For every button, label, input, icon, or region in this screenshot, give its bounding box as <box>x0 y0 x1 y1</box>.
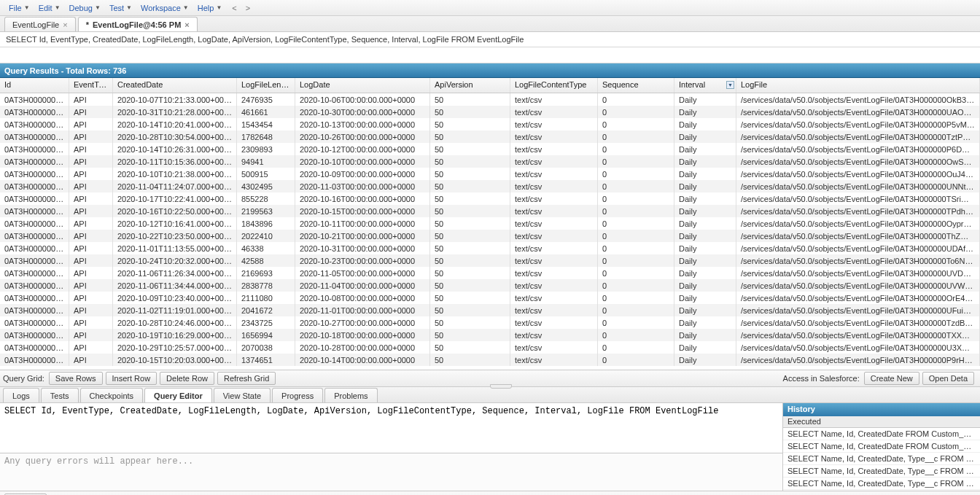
cell-sequence: 0 <box>598 242 674 254</box>
cell-logfilelength: 2041672 <box>237 304 295 316</box>
cell-createddate: 2020-10-17T10:22:41.000+0000 <box>113 192 237 205</box>
table-row[interactable]: 0AT3H000000UN...API2020-11-04T11:24:07.0… <box>0 180 980 192</box>
cell-sequence: 0 <box>598 217 674 230</box>
bottom-tab-logs[interactable]: Logs <box>3 388 39 402</box>
table-row[interactable]: 0AT3H000000To6...API2020-10-24T10:20:32.… <box>0 254 980 267</box>
table-row[interactable]: 0AT3H000000U3...API2020-10-29T10:25:57.0… <box>0 341 980 354</box>
cell-logfilelength: 2838778 <box>237 279 295 292</box>
table-row[interactable]: 0AT3H000000P9r...API2020-10-15T10:20:03.… <box>0 354 980 366</box>
close-icon[interactable]: × <box>184 20 189 29</box>
cell-logfilecontenttype: text/csv <box>510 130 598 143</box>
table-row[interactable]: 0AT3H000000UD...API2020-11-01T11:13:55.0… <box>0 242 980 254</box>
refresh-grid-button[interactable]: Refresh Grid <box>217 372 276 385</box>
cell-eventtype: API <box>69 329 113 341</box>
cell-logdate: 2020-10-06T00:00:00.000+0000 <box>295 93 430 106</box>
column-header-logfilelength[interactable]: LogFileLength <box>237 78 295 93</box>
column-header-interval[interactable]: Interval▼ <box>674 78 736 93</box>
create-new-button[interactable]: Create New <box>864 372 919 385</box>
menu-test[interactable]: Test ▼ <box>105 2 136 14</box>
cell-interval: Daily <box>674 118 736 130</box>
cell-id: 0AT3H000000Ok... <box>0 93 69 106</box>
table-row[interactable]: 0AT3H000000UF...API2020-11-02T11:19:01.0… <box>0 304 980 316</box>
tab-strip: EventLogFile ×* EventLogFile@4:56 PM × <box>0 16 980 32</box>
table-row[interactable]: 0AT3H000000UV...API2020-11-06T11:34:44.0… <box>0 279 980 292</box>
cell-interval: Daily <box>674 155 736 168</box>
cell-logfile: /services/data/v50.0/sobjects/EventLogFi… <box>736 341 980 354</box>
cell-apiversion: 50 <box>430 205 510 217</box>
cell-apiversion: 50 <box>430 106 510 118</box>
table-row[interactable]: 0AT3H000000Ou...API2020-10-10T10:21:38.0… <box>0 168 980 180</box>
column-header-logfilecontenttype[interactable]: LogFileContentType <box>510 78 598 93</box>
menu-file[interactable]: File ▼ <box>4 2 34 14</box>
table-row[interactable]: 0AT3H000000UV...API2020-11-06T11:26:34.0… <box>0 267 980 279</box>
bottom-tab-view-state[interactable]: View State <box>214 388 271 402</box>
column-header-id[interactable]: Id <box>0 78 69 93</box>
history-item[interactable]: SELECT Name, Id, CreatedDate, Type__c FR… <box>783 465 980 478</box>
cell-logfile: /services/data/v50.0/sobjects/EventLogFi… <box>736 180 980 192</box>
cell-logfile: /services/data/v50.0/sobjects/EventLogFi… <box>736 93 980 106</box>
tab-eventlogfile[interactable]: EventLogFile × <box>4 17 76 31</box>
cell-logfile: /services/data/v50.0/sobjects/EventLogFi… <box>736 267 980 279</box>
cell-logfilelength: 2022410 <box>237 230 295 242</box>
menu-help[interactable]: Help ▼ <box>193 2 227 14</box>
insert-row-button[interactable]: Insert Row <box>106 372 158 385</box>
tab-eventlogfile-4-56-pm[interactable]: * EventLogFile@4:56 PM × <box>78 17 198 31</box>
bottom-tab-tests[interactable]: Tests <box>41 388 79 402</box>
cell-createddate: 2020-10-16T10:22:50.000+0000 <box>113 205 237 217</box>
cell-eventtype: API <box>69 304 113 316</box>
table-row[interactable]: 0AT3H000000UA...API2020-10-31T10:21:28.0… <box>0 106 980 118</box>
column-header-logfile[interactable]: LogFile <box>736 78 980 93</box>
table-row[interactable]: 0AT3H000000Or...API2020-10-09T10:23:40.0… <box>0 292 980 304</box>
column-header-logdate[interactable]: LogDate <box>295 78 430 93</box>
cell-apiversion: 50 <box>430 168 510 180</box>
delete-row-button[interactable]: Delete Row <box>160 372 214 385</box>
cell-apiversion: 50 <box>430 267 510 279</box>
nav-next-button[interactable]: > <box>243 4 253 12</box>
menu-workspace[interactable]: Workspace ▼ <box>136 2 193 14</box>
table-row[interactable]: 0AT3H000000Ok...API2020-10-07T10:21:33.0… <box>0 93 980 106</box>
table-row[interactable]: 0AT3H000000Th...API2020-10-22T10:23:50.0… <box>0 230 980 242</box>
cell-logfilecontenttype: text/csv <box>510 168 598 180</box>
history-item[interactable]: SELECT Name, Id, CreatedDate FROM Custom… <box>783 440 980 453</box>
column-header-apiversion[interactable]: ApiVersion <box>430 78 510 93</box>
column-header-sequence[interactable]: Sequence <box>598 78 674 93</box>
table-row[interactable]: 0AT3H000000TP...API2020-10-16T10:22:50.0… <box>0 205 980 217</box>
bottom-tab-checkpoints[interactable]: Checkpoints <box>80 388 144 402</box>
column-menu-icon[interactable]: ▼ <box>726 81 734 89</box>
bottom-tab-problems[interactable]: Problems <box>324 388 377 402</box>
nav-prev-button[interactable]: < <box>229 4 239 12</box>
menu-edit[interactable]: Edit ▼ <box>34 2 65 14</box>
column-header-eventtype[interactable]: EventType <box>69 78 113 93</box>
table-row[interactable]: 0AT3H000000P6...API2020-10-14T10:26:31.0… <box>0 143 980 155</box>
caret-down-icon: ▼ <box>95 4 101 11</box>
cell-apiversion: 50 <box>430 279 510 292</box>
query-editor-input[interactable] <box>0 403 782 453</box>
cell-logdate: 2020-11-05T00:00:00.000+0000 <box>295 267 430 279</box>
panel-drag-handle[interactable] <box>490 384 512 389</box>
cell-createddate: 2020-10-10T10:21:38.000+0000 <box>113 168 237 180</box>
close-icon[interactable]: × <box>63 20 67 29</box>
cell-logfile: /services/data/v50.0/sobjects/EventLogFi… <box>736 230 980 242</box>
table-row[interactable]: 0AT3H000000Tzd...API2020-10-28T10:24:46.… <box>0 316 980 329</box>
cell-sequence: 0 <box>598 304 674 316</box>
table-row[interactable]: 0AT3H000000Ow...API2020-10-11T10:15:36.0… <box>0 155 980 168</box>
table-row[interactable]: 0AT3H000000Tzt...API2020-10-28T10:30:54.… <box>0 130 980 143</box>
cell-sequence: 0 <box>598 118 674 130</box>
open-deta-button[interactable]: Open Deta <box>922 372 974 385</box>
history-item[interactable]: SELECT Name, Id, CreatedDate, Type__c FR… <box>783 478 980 490</box>
table-row[interactable]: 0AT3H000000Oy...API2020-10-12T10:16:41.0… <box>0 217 980 230</box>
bottom-tab-query-editor[interactable]: Query Editor <box>144 388 212 402</box>
table-row[interactable]: 0AT3H000000TSr...API2020-10-17T10:22:41.… <box>0 192 980 205</box>
history-item[interactable]: SELECT Name, Id, CreatedDate, Type__c FR… <box>783 453 980 465</box>
bottom-tab-progress[interactable]: Progress <box>272 388 323 402</box>
menu-debug[interactable]: Debug ▼ <box>65 2 105 14</box>
cell-logdate: 2020-10-18T00:00:00.000+0000 <box>295 329 430 341</box>
save-rows-button[interactable]: Save Rows <box>49 372 103 385</box>
column-header-createddate[interactable]: CreatedDate <box>113 78 237 93</box>
menubar: File ▼Edit ▼Debug ▼Test ▼Workspace ▼Help… <box>0 0 980 16</box>
history-item[interactable]: SELECT Name, Id, CreatedDate FROM Custom… <box>783 428 980 440</box>
table-row[interactable]: 0AT3H000000TX...API2020-10-19T10:16:29.0… <box>0 329 980 341</box>
cell-interval: Daily <box>674 316 736 329</box>
cell-apiversion: 50 <box>430 143 510 155</box>
table-row[interactable]: 0AT3H000000P5...API2020-10-14T10:20:41.0… <box>0 118 980 130</box>
